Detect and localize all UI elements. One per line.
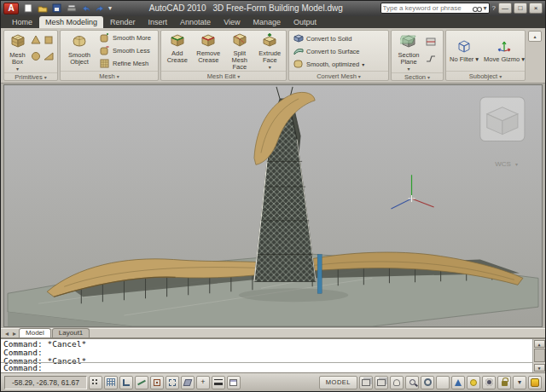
refine-mesh-icon: [100, 58, 110, 70]
viewcube[interactable]: [480, 97, 525, 141]
panel-title-section[interactable]: Section▾: [392, 72, 443, 81]
status-bar: -58.29, -26.78, 61.67 + MODEL ▾: [1, 372, 545, 391]
command-window[interactable]: Command: *Cancel* Command: Command: *Can…: [1, 337, 545, 372]
mesh-wedge-icon[interactable]: [44, 49, 55, 65]
convert-to-surface-label: Convert to Surface: [306, 48, 360, 55]
smooth-optimized-dropdown[interactable]: Smooth, optimized ▾: [292, 58, 386, 71]
open-icon[interactable]: [36, 3, 49, 14]
help-icon[interactable]: ?: [492, 5, 496, 12]
tab-view[interactable]: View: [218, 16, 246, 28]
smooth-more-button[interactable]: Smooth More: [98, 32, 153, 44]
tab-layout1[interactable]: Layout1: [52, 328, 90, 338]
tab-home[interactable]: Home: [6, 16, 38, 28]
add-crease-button[interactable]: Add Crease: [163, 32, 192, 71]
plot-icon[interactable]: [65, 3, 78, 14]
mesh-box-button[interactable]: Mesh Box ▾: [6, 32, 29, 72]
layout-nav-left-icon[interactable]: ◂: [3, 331, 10, 337]
convert-to-solid-button[interactable]: Convert to Solid: [292, 32, 386, 45]
quick-view-layouts-button[interactable]: [359, 376, 373, 389]
add-crease-label: Add Crease: [164, 50, 191, 65]
move-gizmo-button[interactable]: Move Gizmo▾: [482, 39, 526, 63]
mesh-cone-icon[interactable]: [31, 33, 43, 49]
snap-toggle[interactable]: [89, 376, 102, 389]
live-section-icon[interactable]: [426, 34, 436, 49]
panel-title-mesh-edit[interactable]: Mesh Edit▾: [161, 71, 286, 80]
show-motion-button[interactable]: [436, 376, 450, 389]
command-scrollbar[interactable]: ▲ ▼: [532, 339, 545, 372]
tab-insert[interactable]: Insert: [142, 16, 174, 28]
viewport-frame: WCS ▾: [1, 84, 545, 328]
convert-to-surface-icon: [293, 46, 304, 57]
clean-screen-button[interactable]: [528, 376, 542, 389]
object-snap-toggle[interactable]: [150, 376, 164, 389]
annotation-scale-button[interactable]: [451, 376, 465, 389]
new-icon[interactable]: [21, 3, 34, 14]
tab-manage[interactable]: Manage: [247, 16, 287, 28]
dynamic-input-icon: +: [200, 378, 205, 386]
section-plane-button[interactable]: Section Plane ▾: [393, 32, 424, 72]
zoom-button[interactable]: [405, 376, 419, 389]
extrude-face-button[interactable]: Extrude Face ▾: [255, 32, 284, 71]
search-dropdown-icon[interactable]: ▾: [484, 5, 487, 12]
workspace-switching-button[interactable]: [482, 376, 496, 389]
mesh-sphere-icon[interactable]: [31, 49, 43, 65]
undo-icon[interactable]: [79, 3, 92, 14]
tab-annotate[interactable]: Annotate: [174, 16, 217, 28]
annotation-visibility-button[interactable]: [467, 376, 480, 389]
tab-model[interactable]: Model: [19, 328, 51, 338]
panel-title-convert-mesh[interactable]: Convert Mesh▾: [289, 71, 388, 80]
model-space-button[interactable]: MODEL: [319, 376, 357, 389]
ucs-indicator[interactable]: WCS ▾: [495, 161, 518, 169]
smooth-less-button[interactable]: Smooth Less: [98, 44, 153, 57]
object-snap-tracking-toggle[interactable]: [166, 376, 179, 389]
command-prompt[interactable]: Command:: [1, 362, 532, 372]
convert-to-surface-button[interactable]: Convert to Surface: [292, 45, 386, 58]
layout-nav-right-icon[interactable]: ▸: [11, 331, 18, 337]
panel-title-primitives[interactable]: Primitives▾: [4, 72, 57, 81]
panel-title-subobject[interactable]: Subobject▾: [446, 71, 525, 80]
dynamic-ucs-toggle[interactable]: [181, 376, 195, 389]
toolbar-lock-button[interactable]: [497, 376, 511, 389]
remove-crease-button[interactable]: Remove Crease: [194, 32, 224, 71]
viewport-canvas[interactable]: WCS ▾: [4, 85, 542, 326]
redo-icon[interactable]: [94, 3, 107, 14]
app-title: AutoCAD 2010: [149, 3, 206, 13]
split-mesh-face-button[interactable]: Split Mesh Face: [225, 32, 254, 71]
mesh-cylinder-icon[interactable]: [44, 33, 55, 49]
panel-title-mesh[interactable]: Mesh▾: [61, 71, 158, 80]
close-button[interactable]: ×: [529, 3, 543, 14]
section-jog-icon[interactable]: [426, 51, 436, 66]
coordinate-display[interactable]: -58.29, -26.78, 61.67: [4, 376, 87, 389]
ortho-toggle[interactable]: [119, 376, 133, 389]
tab-mesh-modeling[interactable]: Mesh Modeling: [39, 16, 103, 28]
minimize-button[interactable]: —: [498, 3, 512, 14]
application-menu-button[interactable]: A: [3, 3, 19, 14]
status-menu-button[interactable]: ▾: [513, 376, 526, 389]
polar-tracking-toggle[interactable]: [135, 376, 148, 389]
zoom-icon: [410, 379, 415, 385]
dynamic-input-toggle[interactable]: +: [196, 376, 210, 389]
window-controls: — □ ×: [498, 3, 543, 14]
scroll-down-icon[interactable]: ▼: [534, 364, 545, 372]
grid-toggle[interactable]: [104, 376, 118, 389]
search-input[interactable]: [383, 4, 471, 12]
search-binoculars-icon[interactable]: [473, 1, 482, 16]
scrollbar-thumb[interactable]: [534, 349, 545, 362]
pan-button[interactable]: [390, 376, 404, 389]
tab-render[interactable]: Render: [104, 16, 142, 28]
tab-output[interactable]: Output: [288, 16, 322, 28]
mesh-box-label: Mesh Box: [7, 52, 28, 66]
ribbon-minimize-button[interactable]: ▴: [528, 31, 542, 42]
scroll-up-icon[interactable]: ▲: [534, 340, 545, 348]
smooth-object-button[interactable]: Smooth Object: [62, 32, 96, 71]
steering-wheel-button[interactable]: [421, 376, 434, 389]
quick-properties-toggle[interactable]: [227, 376, 241, 389]
quick-view-drawings-button[interactable]: [375, 376, 388, 389]
window-title: AutoCAD 20103D Free-Form Building Model.…: [114, 3, 378, 13]
refine-mesh-button[interactable]: Refine Mesh: [98, 57, 153, 70]
save-icon[interactable]: [50, 3, 63, 14]
qat-dropdown-icon[interactable]: ▾: [108, 5, 112, 12]
maximize-button[interactable]: □: [514, 3, 527, 14]
no-filter-button[interactable]: No Filter▾: [448, 39, 480, 63]
lineweight-toggle[interactable]: [212, 376, 225, 389]
